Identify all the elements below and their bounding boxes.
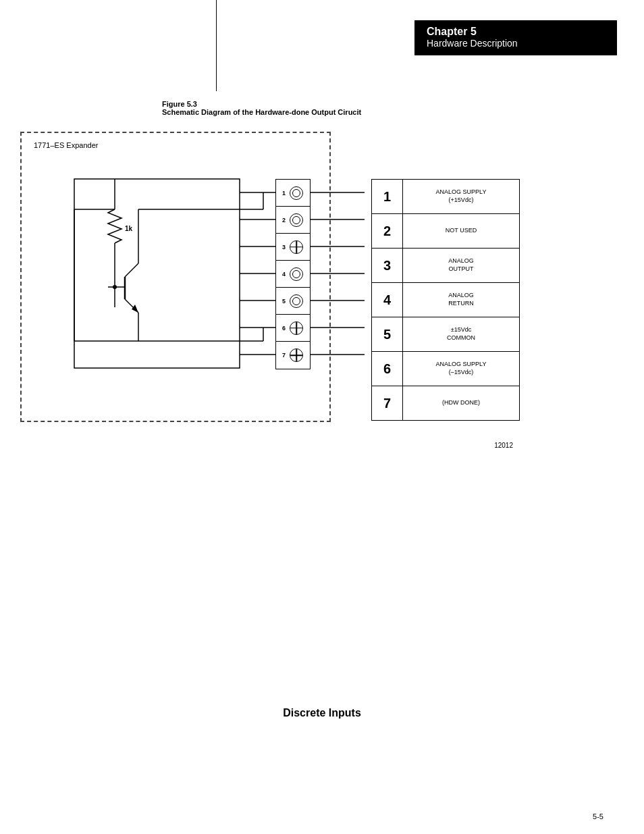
chapter-number: Chapter 5 [427, 26, 605, 38]
pin-desc-4: ANALOGRETURN [403, 283, 519, 317]
pin-num-5: 5 [372, 317, 403, 351]
pin-desc-2: NOT USED [403, 214, 519, 248]
svg-line-8 [125, 263, 138, 277]
svg-point-11 [113, 285, 117, 289]
pin-num-4: 4 [372, 283, 403, 317]
pin-desc-7: (HDW DONE) [403, 386, 519, 420]
page-number: 5-5 [593, 812, 603, 820]
figure-description: Schematic Diagram of the Hardware-done O… [162, 108, 361, 116]
pin-num-2: 2 [372, 214, 403, 248]
connector-row-6: 6 [276, 315, 310, 342]
connector-row-2: 2 [276, 207, 310, 234]
connector-row-5: 5 [276, 288, 310, 315]
pin-desc-1: ANALOG SUPPLY(+15Vdc) [403, 180, 519, 213]
figure-number: Figure 5.3 [162, 100, 361, 108]
pin-row-6: 6 ANALOG SUPPLY(–15Vdc) [372, 352, 519, 386]
figure-code: 12012 [494, 442, 513, 449]
pin-row-5: 5 ±15VdcCOMMON [372, 317, 519, 352]
pin-num-1: 1 [372, 180, 403, 213]
connector-block: 1 2 3 4 5 6 7 [275, 179, 311, 369]
svg-line-23 [138, 192, 240, 209]
pin-row-4: 4 ANALOGRETURN [372, 283, 519, 317]
chapter-header: Chapter 5 Hardware Description [414, 20, 617, 55]
pin-desc-6: ANALOG SUPPLY(–15Vdc) [403, 352, 519, 386]
pin-num-6: 6 [372, 352, 403, 386]
connector-row-1: 1 [276, 180, 310, 207]
connector-row-7: 7 [276, 342, 310, 369]
pin-row-2: 2 NOT USED [372, 214, 519, 249]
svg-text:1k: 1k [125, 225, 133, 232]
pin-table: 1 ANALOG SUPPLY(+15Vdc) 2 NOT USED 3 ANA… [371, 179, 520, 421]
figure-caption: Figure 5.3 Schematic Diagram of the Hard… [162, 100, 361, 116]
connector-row-4: 4 [276, 261, 310, 288]
connector-row-3: 3 [276, 234, 310, 261]
svg-marker-10 [132, 305, 138, 313]
pin-num-7: 7 [372, 386, 403, 420]
svg-rect-0 [74, 179, 240, 368]
pin-num-3: 3 [372, 249, 403, 282]
chapter-title: Hardware Description [427, 38, 605, 49]
pin-desc-3: ANALOGOUTPUT [403, 249, 519, 282]
diagram-area: 1771–ES Expander 1k [20, 132, 533, 429]
pin-row-3: 3 ANALOGOUTPUT [372, 249, 519, 283]
pin-row-1: 1 ANALOG SUPPLY(+15Vdc) [372, 180, 519, 214]
discrete-inputs-heading: Discrete Inputs [0, 707, 644, 719]
pin-row-7: 7 (HDW DONE) [372, 386, 519, 420]
pin-desc-5: ±15VdcCOMMON [403, 317, 519, 351]
top-vertical-line [216, 0, 217, 91]
